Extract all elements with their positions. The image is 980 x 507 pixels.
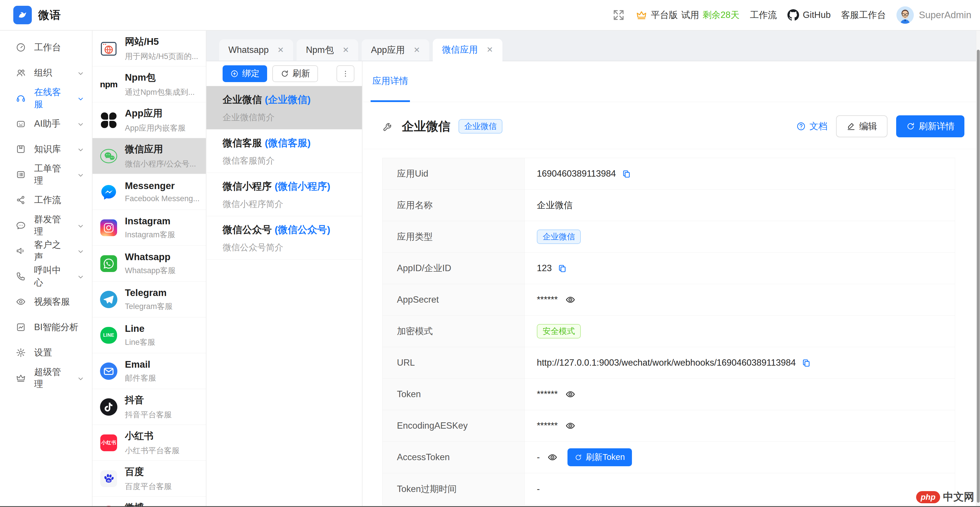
- refresh-token-button[interactable]: 刷新Token: [568, 448, 632, 466]
- more-actions-button[interactable]: [337, 65, 355, 82]
- sidebar-item-organization[interactable]: 组织: [0, 60, 92, 86]
- chevron-down-icon: [77, 69, 84, 76]
- field-label: AppID/企业ID: [382, 253, 525, 284]
- field-label: Token过期时间: [382, 473, 525, 505]
- channel-item-email[interactable]: Email邮件客服: [92, 353, 206, 389]
- channel-item-douyin[interactable]: 抖音抖音平台客服: [92, 389, 206, 425]
- bound-app-wechat-work[interactable]: 企业微信(企业微信) 企业微信简介: [207, 86, 362, 129]
- doc-link[interactable]: 文档: [796, 120, 827, 132]
- scrollbar-thumb[interactable]: [977, 50, 980, 503]
- user-menu[interactable]: SuperAdmin: [896, 6, 971, 24]
- bound-app-name: 微信小程序(微信小程序): [223, 180, 353, 193]
- page-scrollbar[interactable]: [976, 31, 980, 506]
- eye-icon[interactable]: [565, 294, 576, 305]
- sidebar-item-bi-analytics[interactable]: BI智能分析: [0, 315, 92, 340]
- channel-item-npm[interactable]: npm Npm包通过Npm包集成到...: [92, 67, 206, 102]
- chevron-down-icon: [77, 247, 84, 255]
- sidebar-item-call-center[interactable]: 呼叫中心: [0, 264, 92, 289]
- eye-icon[interactable]: [565, 421, 576, 431]
- sidebar-item-broadcast[interactable]: 群发管理: [0, 213, 92, 238]
- channel-item-telegram[interactable]: TelegramTelegram客服: [92, 281, 206, 317]
- copy-icon[interactable]: [622, 169, 631, 178]
- nav-github[interactable]: GitHub: [787, 9, 830, 21]
- sidebar-item-online-service[interactable]: 在线客服: [0, 86, 92, 111]
- edit-button[interactable]: 编辑: [836, 115, 888, 137]
- wechat-icon: [99, 147, 118, 165]
- bound-apps-panel: 绑定 刷新 企业微信(企业微信) 企业微信简介 微信客服(微信客服) 微信客服简…: [207, 61, 363, 507]
- sidebar-item-video-service[interactable]: 视频客服: [0, 289, 92, 315]
- svg-text:du: du: [107, 479, 110, 482]
- field-label: EncodingAESKey: [382, 410, 525, 441]
- phone-icon: [16, 271, 26, 281]
- bound-app-wechat-kf[interactable]: 微信客服(微信客服) 微信客服简介: [207, 129, 362, 173]
- channel-desc: 抖音平台客服: [125, 410, 172, 420]
- close-icon[interactable]: ✕: [277, 46, 284, 54]
- field-value: ******: [537, 389, 558, 399]
- npm-icon: npm: [99, 75, 118, 94]
- nav-workbench[interactable]: 客服工作台: [841, 9, 886, 21]
- chat-bubble-icon: [16, 220, 26, 230]
- nav-workflow[interactable]: 工作流: [750, 9, 777, 21]
- close-icon[interactable]: ✕: [414, 46, 420, 54]
- tab-label: App应用: [371, 44, 405, 56]
- license-chip[interactable]: 平台版 试用 剩余28天: [636, 9, 739, 21]
- tab-wechat-app[interactable]: 微信应用 ✕: [433, 39, 503, 61]
- fullscreen-icon[interactable]: [612, 8, 625, 22]
- channel-item-website[interactable]: 网站/H5用于网站/H5页面的...: [92, 31, 206, 67]
- close-icon[interactable]: ✕: [342, 46, 349, 54]
- tab-app[interactable]: App应用 ✕: [362, 39, 429, 61]
- bound-app-wechat-official[interactable]: 微信公众号(微信公众号) 微信公众号简介: [207, 216, 362, 259]
- bound-app-wechat-miniprogram[interactable]: 微信小程序(微信小程序) 微信小程序简介: [207, 173, 362, 216]
- channel-item-weibo[interactable]: 微博微博平台客服: [92, 497, 206, 507]
- channel-item-baidu[interactable]: du 百度百度平台客服: [92, 461, 206, 497]
- sidebar-item-workflow[interactable]: 工作流: [0, 187, 92, 213]
- chevron-down-icon: [77, 95, 84, 102]
- detail-pane: 应用详情 企业微信 企业微信 文档 编辑 刷新详情 应用Uid: [363, 61, 976, 507]
- douyin-icon: [99, 398, 118, 416]
- channel-desc: 百度平台客服: [125, 481, 172, 492]
- sidebar-item-label: 呼叫中心: [34, 264, 69, 288]
- main-sidebar: 工作台 组织 在线客服 AI助手 知识库 工单管理 工作流 群发管理 客户之声: [0, 31, 92, 507]
- app-logo[interactable]: [13, 6, 32, 24]
- username: SuperAdmin: [919, 10, 971, 21]
- channel-item-wechat[interactable]: 微信应用微信小程序/公众号...: [92, 138, 206, 174]
- field-value: ******: [537, 421, 558, 431]
- sidebar-item-voice-of-customer[interactable]: 客户之声: [0, 238, 92, 264]
- refresh-detail-button[interactable]: 刷新详情: [896, 115, 964, 137]
- chevron-down-icon: [77, 374, 84, 382]
- channel-item-xiaohongshu[interactable]: 小红书 小红书小红书平台客服: [92, 425, 206, 461]
- sidebar-item-settings[interactable]: 设置: [0, 340, 92, 366]
- sidebar-item-super-admin[interactable]: 超级管理: [0, 366, 92, 391]
- copy-icon[interactable]: [558, 264, 567, 273]
- channel-item-messenger[interactable]: MessengerFacebook Messeng...: [92, 174, 206, 210]
- sidebar-item-ticket-management[interactable]: 工单管理: [0, 162, 92, 187]
- channel-name: 网站/H5: [125, 35, 198, 48]
- sidebar-item-workbench[interactable]: 工作台: [0, 35, 92, 60]
- app-type-badge: 企业微信: [537, 229, 581, 244]
- close-icon[interactable]: ✕: [487, 46, 493, 54]
- bind-button[interactable]: 绑定: [223, 65, 267, 82]
- channel-item-whatsapp[interactable]: WhatsappWhatsapp客服: [92, 246, 206, 281]
- whatsapp-icon: [99, 254, 118, 273]
- field-value: ******: [537, 294, 558, 305]
- channel-item-app[interactable]: App应用App应用内嵌客服: [92, 102, 206, 138]
- tab-app-detail[interactable]: 应用详情: [371, 61, 410, 102]
- copy-icon[interactable]: [802, 358, 811, 367]
- channel-item-instagram[interactable]: InstagramInstagram客服: [92, 210, 206, 246]
- question-circle-icon: [796, 121, 806, 131]
- eye-icon[interactable]: [565, 389, 576, 399]
- xiaohongshu-icon: 小红书: [99, 434, 118, 452]
- field-label: AppSecret: [382, 284, 525, 315]
- channel-item-line[interactable]: LINE LineLine客服: [92, 317, 206, 353]
- crown-icon: [636, 9, 647, 21]
- sidebar-item-ai-assistant[interactable]: AI助手: [0, 111, 92, 137]
- bound-app-name: 微信公众号(微信公众号): [223, 223, 353, 237]
- channel-name: 小红书: [125, 429, 180, 443]
- refresh-button[interactable]: 刷新: [272, 65, 318, 82]
- sidebar-item-knowledge-base[interactable]: 知识库: [0, 137, 92, 162]
- channel-name: Line: [125, 323, 155, 334]
- eye-icon[interactable]: [547, 452, 558, 462]
- tab-whatsapp[interactable]: Whatsapp ✕: [219, 39, 293, 61]
- field-value: http://127.0.0.1:9003/wechat/work/webhoo…: [537, 358, 796, 368]
- tab-npm[interactable]: Npm包 ✕: [297, 39, 358, 61]
